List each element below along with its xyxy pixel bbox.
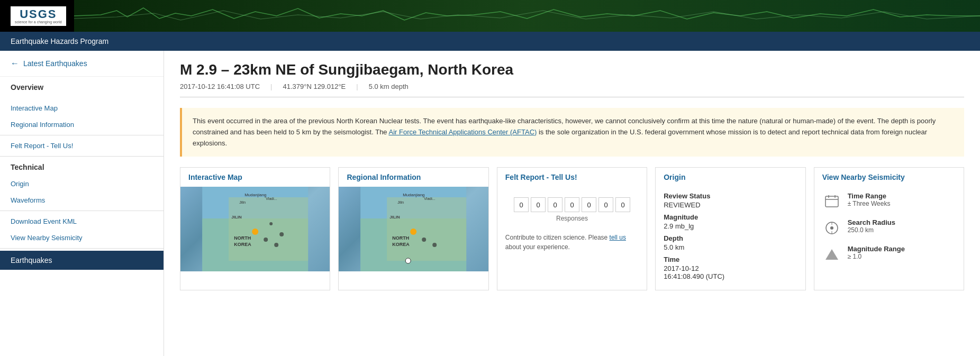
svg-text:NORTH: NORTH: [393, 235, 410, 241]
search-radius-icon: [822, 218, 841, 238]
sidebar-item-regional-information[interactable]: Regional Information: [0, 116, 164, 133]
usgs-header: USGS science for a changing world: [0, 0, 980, 32]
regional-info-link[interactable]: Regional Information: [347, 173, 421, 181]
map-svg-2: Mudanjiang Jilin Vladi... JILIN NORTH KO…: [339, 187, 488, 271]
svg-text:Vladi...: Vladi...: [266, 197, 277, 200]
svg-rect-16: [387, 197, 467, 261]
svg-text:JILIN: JILIN: [390, 215, 401, 220]
time-label: Time: [664, 255, 797, 263]
main-layout: ← Latest Earthquakes Overview Interactiv…: [0, 51, 980, 356]
svg-text:Vladi...: Vladi...: [424, 197, 435, 200]
map-svg-1: Mudanjiang Jilin Vladi... JILIN NORTH KO…: [180, 187, 330, 271]
usgs-logo-sub: science for a changing world: [15, 20, 62, 24]
sidebar-item-origin[interactable]: Origin: [0, 176, 164, 192]
origin-time-row: Time 2017-10-12 16:41:08.490 (UTC): [664, 255, 797, 280]
review-status-value: REVIEWED: [664, 201, 700, 209]
review-status-label: Review Status: [664, 192, 797, 200]
event-title: M 2.9 – 23km NE of Sungjibaegam, North K…: [180, 61, 964, 78]
nav-bar-title: Earthquake Hazards Program: [11, 37, 108, 45]
svg-point-13: [269, 222, 273, 225]
sidebar-divider-4: [0, 248, 164, 249]
event-coordinates: 41.379°N 129.012°E: [283, 83, 346, 90]
time-value: 2017-10-12: [664, 264, 699, 272]
felt-report-card-header: Felt Report - Tell Us!: [497, 168, 647, 187]
sidebar-item-download-kml[interactable]: Download Event KML: [0, 213, 164, 230]
svg-point-26: [406, 258, 411, 263]
nearby-seismicity-header: View Nearby Seismicity: [814, 168, 964, 187]
nearby-seismicity-card: View Nearby Seismicity: [814, 167, 964, 290]
svg-point-12: [279, 232, 284, 236]
origin-link[interactable]: Origin: [664, 173, 685, 181]
origin-data: Review Status REVIEWED Magnitude 2.9 mb_…: [656, 187, 805, 290]
svg-point-24: [422, 238, 427, 242]
felt-contribute-text: Contribute to citizen science. Please te…: [497, 227, 647, 257]
sidebar: ← Latest Earthquakes Overview Interactiv…: [0, 51, 164, 356]
felt-num-3: 0: [565, 197, 579, 212]
sidebar-item-felt-report[interactable]: Felt Report - Tell Us!: [0, 138, 164, 154]
svg-point-23: [411, 229, 417, 235]
svg-rect-2: [229, 197, 308, 261]
interactive-map-card-header: Interactive Map: [180, 168, 330, 187]
time-range-label: Time Range: [848, 192, 891, 200]
sidebar-item-earthquakes-active[interactable]: Earthquakes: [0, 251, 164, 270]
felt-num-1: 0: [531, 197, 546, 212]
svg-text:KOREA: KOREA: [393, 242, 410, 247]
svg-point-11: [274, 243, 278, 247]
tell-us-link[interactable]: tell us: [610, 234, 626, 241]
magnitude-range-info: Magnitude Range ≥ 1.0: [848, 245, 905, 260]
sidebar-item-interactive-map[interactable]: Interactive Map: [0, 100, 164, 116]
map-bg-1: Mudanjiang Jilin Vladi... JILIN NORTH KO…: [180, 187, 330, 271]
search-radius-label: Search Radius: [848, 218, 895, 226]
magnitude-label: Magnitude: [664, 213, 797, 221]
map-bg-2: Mudanjiang Jilin Vladi... JILIN NORTH KO…: [339, 187, 488, 271]
magnitude-svg: [824, 247, 839, 262]
felt-num-4: 0: [582, 197, 596, 212]
sidebar-divider-1: [0, 135, 164, 135]
alert-box: This event occurred in the area of the p…: [180, 108, 964, 157]
magnitude-range-label: Magnitude Range: [848, 245, 905, 253]
usgs-logo[interactable]: USGS science for a changing world: [11, 6, 71, 26]
regional-map-image[interactable]: Mudanjiang Jilin Vladi... JILIN NORTH KO…: [339, 187, 488, 271]
meta-sep-2: |: [356, 83, 358, 90]
calendar-svg: [824, 194, 839, 209]
origin-card: Origin Review Status REVIEWED Magnitude …: [655, 167, 805, 290]
felt-report-link[interactable]: Felt Report - Tell Us!: [505, 173, 577, 181]
magnitude-range-icon: [822, 245, 841, 264]
svg-marker-35: [825, 249, 838, 260]
felt-num-6: 0: [615, 197, 630, 212]
interactive-map-image[interactable]: Mudanjiang Jilin Vladi... JILIN NORTH KO…: [180, 187, 330, 271]
event-meta: 2017-10-12 16:41:08 UTC | 41.379°N 129.0…: [180, 83, 964, 97]
sidebar-item-waveforms[interactable]: Waveforms: [0, 192, 164, 208]
seismicity-data: Time Range ± Three Weeks: [814, 187, 964, 277]
back-to-latest-earthquakes[interactable]: ← Latest Earthquakes: [0, 51, 164, 77]
back-arrow-icon: ←: [11, 59, 19, 68]
usgs-logo-text: USGS: [20, 8, 57, 20]
svg-text:Mudanjiang: Mudanjiang: [403, 193, 425, 197]
nearby-seismicity-link[interactable]: View Nearby Seismicity: [822, 173, 905, 181]
magnitude-range-value: ≥ 1.0: [848, 253, 905, 260]
regional-info-card-header: Regional Information: [339, 168, 488, 187]
felt-report-card: Felt Report - Tell Us! 0 0 0 0 0 0 0 Res…: [497, 167, 647, 290]
aftac-link[interactable]: Air Force Technical Applications Center …: [389, 128, 537, 136]
origin-review-row: Review Status REVIEWED: [664, 192, 797, 209]
svg-text:Jilin: Jilin: [239, 200, 246, 204]
svg-text:Jilin: Jilin: [398, 200, 404, 204]
depth-label: Depth: [664, 234, 797, 242]
felt-num-0: 0: [514, 197, 529, 212]
origin-card-header: Origin: [656, 168, 805, 187]
sidebar-divider-3: [0, 211, 164, 211]
svg-point-25: [433, 243, 437, 247]
time-range-row: Time Range ± Three Weeks: [822, 192, 956, 211]
svg-rect-27: [825, 196, 838, 207]
cards-row: Interactive Map Mudanjiang Jilin Vladi..…: [180, 167, 964, 290]
origin-magnitude-row: Magnitude 2.9 mb_lg: [664, 213, 797, 230]
overview-label: Overview: [11, 83, 153, 92]
sidebar-item-view-nearby[interactable]: View Nearby Seismicity: [0, 230, 164, 246]
svg-text:Mudanjiang: Mudanjiang: [244, 193, 266, 197]
svg-text:KOREA: KOREA: [234, 242, 251, 247]
svg-text:NORTH: NORTH: [234, 235, 251, 241]
event-depth: 5.0 km depth: [369, 83, 409, 90]
sidebar-divider-2: [0, 156, 164, 157]
back-label: Latest Earthquakes: [23, 59, 87, 68]
interactive-map-link[interactable]: Interactive Map: [188, 173, 242, 181]
